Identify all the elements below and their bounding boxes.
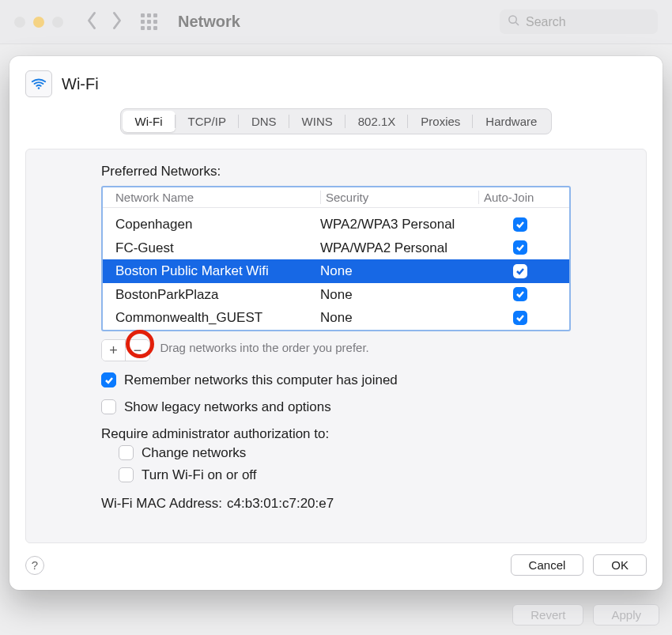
network-name: Boston Public Market Wifi xyxy=(111,261,320,282)
table-header: Network Name Security Auto-Join xyxy=(103,187,569,208)
autojoin-checkbox[interactable] xyxy=(513,264,527,278)
tab-tcp-ip[interactable]: TCP/IP xyxy=(176,111,239,132)
minimize-window-button[interactable] xyxy=(33,17,44,28)
remember-networks-label: Remember networks this computer has join… xyxy=(124,372,398,388)
table-add-remove-buttons: + − xyxy=(101,339,150,361)
window-title: Network xyxy=(178,13,240,31)
table-row[interactable]: CopenhagenWPA2/WPA3 Personal xyxy=(103,213,569,236)
column-security[interactable]: Security xyxy=(320,191,478,204)
drag-hint: Drag networks into the order you prefer. xyxy=(160,340,368,353)
show-all-button[interactable] xyxy=(141,13,157,30)
table-row[interactable]: Commonwealth_GUESTNone xyxy=(103,306,569,330)
network-security: None xyxy=(320,308,478,328)
autojoin-checkbox[interactable] xyxy=(513,311,527,325)
back-button[interactable] xyxy=(85,11,98,33)
revert-button[interactable]: Revert xyxy=(512,604,583,626)
search-field[interactable]: Search xyxy=(500,9,658,34)
table-row[interactable]: Boston Public Market WifiNone xyxy=(103,259,569,283)
show-legacy-checkbox[interactable] xyxy=(101,399,116,414)
help-button[interactable]: ? xyxy=(25,556,44,575)
autojoin-checkbox[interactable] xyxy=(513,217,527,232)
show-legacy-label: Show legacy networks and options xyxy=(124,399,331,415)
svg-point-0 xyxy=(509,16,516,23)
column-name[interactable]: Network Name xyxy=(111,191,320,204)
network-security: None xyxy=(320,285,478,305)
sheet-title: Wi-Fi xyxy=(62,75,99,93)
search-icon xyxy=(508,14,519,29)
window-controls xyxy=(14,17,63,28)
tab-dns[interactable]: DNS xyxy=(239,111,289,132)
tab-wi-fi[interactable]: Wi-Fi xyxy=(123,111,176,132)
preferences-footer: Revert Apply xyxy=(512,604,659,626)
require-admin-label: Require administrator authorization to: xyxy=(101,426,329,442)
svg-line-1 xyxy=(515,22,519,25)
column-autojoin[interactable]: Auto-Join xyxy=(478,191,561,204)
wifi-icon xyxy=(25,70,52,97)
admin-turn-wifi-label: Turn Wi-Fi on or off xyxy=(142,467,256,483)
network-name: BostonParkPlaza xyxy=(111,285,320,305)
remove-network-button[interactable]: − xyxy=(126,340,149,361)
forward-button[interactable] xyxy=(111,11,123,33)
network-security: None xyxy=(320,261,478,282)
autojoin-checkbox[interactable] xyxy=(513,287,527,301)
navigation-arrows xyxy=(85,11,123,33)
autojoin-checkbox[interactable] xyxy=(513,240,527,255)
admin-turn-wifi-checkbox[interactable] xyxy=(119,467,134,482)
close-window-button[interactable] xyxy=(14,17,25,28)
network-name: FC-Guest xyxy=(111,238,320,259)
mac-address-label: Wi-Fi MAC Address: xyxy=(101,496,222,512)
network-security: WPA/WPA2 Personal xyxy=(320,238,478,259)
preferred-networks-label: Preferred Networks: xyxy=(101,164,571,180)
svg-point-2 xyxy=(38,87,40,89)
tab-802-1x[interactable]: 802.1X xyxy=(345,111,409,132)
add-network-button[interactable]: + xyxy=(102,340,126,361)
network-security: WPA2/WPA3 Personal xyxy=(320,214,478,235)
ok-button[interactable]: OK xyxy=(593,554,647,576)
mac-address-value: c4:b3:01:c7:20:e7 xyxy=(227,496,334,512)
network-name: Commonwealth_GUEST xyxy=(111,308,320,328)
tab-proxies[interactable]: Proxies xyxy=(408,111,473,132)
wifi-advanced-sheet: Wi-Fi Wi-FiTCP/IPDNSWINS802.1XProxiesHar… xyxy=(9,56,663,590)
tab-hardware[interactable]: Hardware xyxy=(473,111,549,132)
system-preferences-window: Network Search Wi-Fi Wi-FiTCP/IPDNSWINS8… xyxy=(0,0,672,635)
admin-change-networks-checkbox[interactable] xyxy=(119,445,134,460)
remember-networks-checkbox[interactable] xyxy=(101,372,116,387)
network-name: Copenhagen xyxy=(111,214,320,235)
zoom-window-button[interactable] xyxy=(52,17,63,28)
preferred-networks-table[interactable]: Network Name Security Auto-Join Copenhag… xyxy=(101,186,571,331)
tab-wins[interactable]: WINS xyxy=(289,111,345,132)
tab-bar: Wi-FiTCP/IPDNSWINS802.1XProxiesHardware xyxy=(120,108,553,134)
cancel-button[interactable]: Cancel xyxy=(511,554,584,576)
table-row[interactable]: BostonParkPlazaNone xyxy=(103,283,569,307)
search-placeholder: Search xyxy=(526,15,566,29)
apply-button[interactable]: Apply xyxy=(593,604,659,626)
wifi-pane: Preferred Networks: Network Name Securit… xyxy=(25,149,647,543)
admin-change-networks-label: Change networks xyxy=(142,445,246,461)
toolbar: Network Search xyxy=(0,0,672,44)
table-row[interactable]: FC-GuestWPA/WPA2 Personal xyxy=(103,236,569,260)
